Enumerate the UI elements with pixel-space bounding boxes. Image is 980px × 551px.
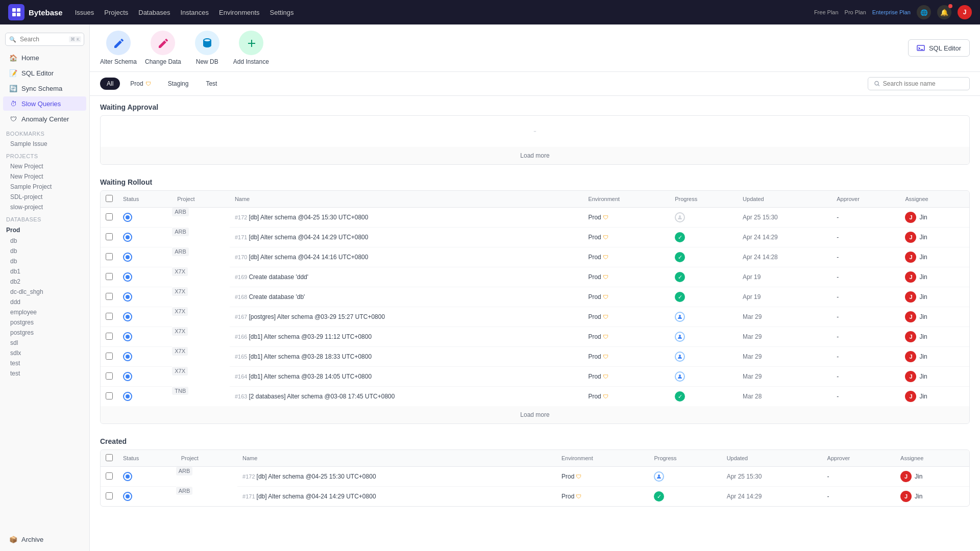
table-row[interactable]: TNB #163 [2 databases] Alter schema @03-…	[101, 387, 969, 407]
enterprise-plan-label[interactable]: Enterprise Plan	[872, 9, 911, 15]
table-row[interactable]: X7X #167 [postgres] Alter schema @03-29 …	[101, 307, 969, 327]
table-row[interactable]: ARB #170 [db] Alter schema @04-24 14:16 …	[101, 247, 969, 267]
row-name[interactable]: #172 [db] Alter schema @04-25 15:30 UTC+…	[237, 467, 556, 487]
row-name[interactable]: #171 [db] Alter schema @04-24 14:29 UTC+…	[237, 487, 556, 507]
row-checkbox[interactable]	[106, 492, 113, 499]
project-slow[interactable]: slow-project	[0, 202, 89, 212]
sidebar-item-slow-queries[interactable]: ⏱ Slow Queries	[3, 96, 86, 111]
svg-point-9	[679, 335, 681, 337]
row-progress	[670, 327, 738, 347]
row-updated: Mar 29	[738, 367, 831, 387]
row-checkbox[interactable]	[106, 213, 113, 220]
row-checkbox[interactable]	[106, 353, 113, 360]
project-sample[interactable]: Sample Project	[0, 182, 89, 192]
table-row[interactable]: X7X #164 [db1] Alter schema @03-28 14:05…	[101, 367, 969, 387]
row-checkbox[interactable]	[106, 253, 113, 260]
translate-icon[interactable]: 🌐	[917, 5, 931, 19]
db-db2[interactable]: db2	[0, 277, 89, 287]
table-row[interactable]: X7X #166 [db1] Alter schema @03-29 11:12…	[101, 327, 969, 347]
row-progress: ✓	[649, 487, 721, 507]
table-row[interactable]: ARB #171 [db] Alter schema @04-24 14:29 …	[101, 228, 969, 247]
row-name[interactable]: #164 [db1] Alter schema @03-28 14:05 UTC…	[230, 367, 583, 387]
sidebar-item-home[interactable]: 🏠 Home	[3, 51, 86, 65]
filter-prod-button[interactable]: Prod 🛡	[124, 78, 157, 89]
db-sdl[interactable]: sdl	[0, 338, 89, 348]
db-db-2[interactable]: db	[0, 246, 89, 256]
change-data-button[interactable]: Change Data	[145, 31, 181, 65]
db-db-1[interactable]: db	[0, 236, 89, 246]
alter-schema-button[interactable]: Alter Schema	[100, 31, 137, 65]
waiting-approval-load-more[interactable]: Load more	[101, 147, 969, 164]
progress-user-icon	[675, 312, 685, 322]
row-name[interactable]: #165 [db1] Alter schema @03-28 18:33 UTC…	[230, 347, 583, 367]
logo-text: Bytebase	[29, 8, 63, 17]
sql-editor-button[interactable]: SQL Editor	[908, 39, 970, 57]
row-name[interactable]: #171 [db] Alter schema @04-24 14:29 UTC+…	[230, 228, 583, 247]
filter-staging-button[interactable]: Staging	[161, 78, 195, 90]
row-checkbox[interactable]	[106, 273, 113, 280]
db-postgres-2[interactable]: postgres	[0, 328, 89, 338]
created-select-all[interactable]	[106, 454, 113, 461]
logo[interactable]: Bytebase	[8, 4, 63, 20]
bookmark-sample-issue[interactable]: Sample Issue	[0, 139, 89, 149]
rollout-select-all[interactable]	[106, 195, 113, 202]
sidebar-item-sync-schema[interactable]: 🔄 Sync Schema	[3, 81, 86, 95]
row-checkbox[interactable]	[106, 313, 113, 320]
db-db-3[interactable]: db	[0, 256, 89, 266]
table-row[interactable]: ARB #172 [db] Alter schema @04-25 15:30 …	[101, 467, 969, 487]
db-ddd[interactable]: ddd	[0, 297, 89, 307]
nav-settings[interactable]: Settings	[270, 9, 294, 16]
nav-databases[interactable]: Databases	[138, 9, 170, 16]
table-row[interactable]: X7X #169 Create database 'ddd' Prod 🛡 ✓ …	[101, 267, 969, 287]
row-approver: -	[831, 387, 900, 407]
table-row[interactable]: X7X #165 [db1] Alter schema @03-28 18:33…	[101, 347, 969, 367]
db-dc-dlc[interactable]: dc-dlc_shgh	[0, 287, 89, 297]
row-project: X7X	[172, 367, 188, 375]
project-new-2[interactable]: New Project	[0, 171, 89, 182]
project-sdl[interactable]: SDL-project	[0, 192, 89, 202]
table-row[interactable]: ARB #172 [db] Alter schema @04-25 15:30 …	[101, 208, 969, 228]
db-sdlx[interactable]: sdlx	[0, 348, 89, 358]
db-db1[interactable]: db1	[0, 266, 89, 277]
sidebar-item-sql-editor[interactable]: 📝 SQL Editor	[3, 66, 86, 80]
row-name[interactable]: #169 Create database 'ddd'	[230, 267, 583, 287]
nav-instances[interactable]: Instances	[180, 9, 209, 16]
row-checkbox[interactable]	[106, 233, 113, 240]
created-col-progress: Progress	[649, 450, 721, 467]
notification-icon[interactable]: 🔔	[937, 5, 951, 19]
db-employee[interactable]: employee	[0, 307, 89, 317]
row-checkbox[interactable]	[106, 293, 113, 300]
new-db-button[interactable]: New DB	[189, 31, 225, 65]
nav-issues[interactable]: Issues	[75, 9, 94, 16]
row-name[interactable]: #170 [db] Alter schema @04-24 14:16 UTC+…	[230, 247, 583, 267]
table-row[interactable]: ARB #171 [db] Alter schema @04-24 14:29 …	[101, 487, 969, 507]
db-test-2[interactable]: test	[0, 368, 89, 379]
row-environment: Prod 🛡	[583, 267, 670, 287]
user-avatar[interactable]: J	[958, 5, 972, 19]
env-shield-icon: 🛡	[603, 354, 608, 360]
row-name[interactable]: #167 [postgres] Alter schema @03-29 15:2…	[230, 307, 583, 327]
waiting-rollout-load-more[interactable]: Load more	[101, 406, 969, 423]
search-issue-container[interactable]	[868, 77, 970, 90]
row-checkbox[interactable]	[106, 333, 113, 340]
filter-all-button[interactable]: All	[100, 78, 120, 90]
add-instance-button[interactable]: Add Instance	[233, 31, 269, 65]
db-test-1[interactable]: test	[0, 358, 89, 368]
row-name[interactable]: #163 [2 databases] Alter schema @03-08 1…	[230, 387, 583, 407]
row-name[interactable]: #166 [db1] Alter schema @03-29 11:12 UTC…	[230, 327, 583, 347]
row-name[interactable]: #168 Create database 'db'	[230, 287, 583, 307]
sidebar-item-anomaly-center[interactable]: 🛡 Anomaly Center	[3, 112, 86, 126]
project-new-1[interactable]: New Project	[0, 161, 89, 171]
nav-projects[interactable]: Projects	[104, 9, 128, 16]
nav-environments[interactable]: Environments	[219, 9, 259, 16]
row-checkbox[interactable]	[106, 372, 113, 380]
db-postgres-1[interactable]: postgres	[0, 317, 89, 328]
filter-test-button[interactable]: Test	[199, 78, 224, 90]
row-checkbox[interactable]	[106, 392, 113, 399]
sidebar-item-archive[interactable]: 📦 Archive	[3, 532, 86, 546]
row-checkbox[interactable]	[106, 472, 113, 480]
table-row[interactable]: X7X #168 Create database 'db' Prod 🛡 ✓ A…	[101, 287, 969, 307]
search-issue-input[interactable]	[883, 80, 963, 87]
row-updated: Apr 25 15:30	[738, 208, 831, 228]
row-name[interactable]: #172 [db] Alter schema @04-25 15:30 UTC+…	[230, 208, 583, 228]
